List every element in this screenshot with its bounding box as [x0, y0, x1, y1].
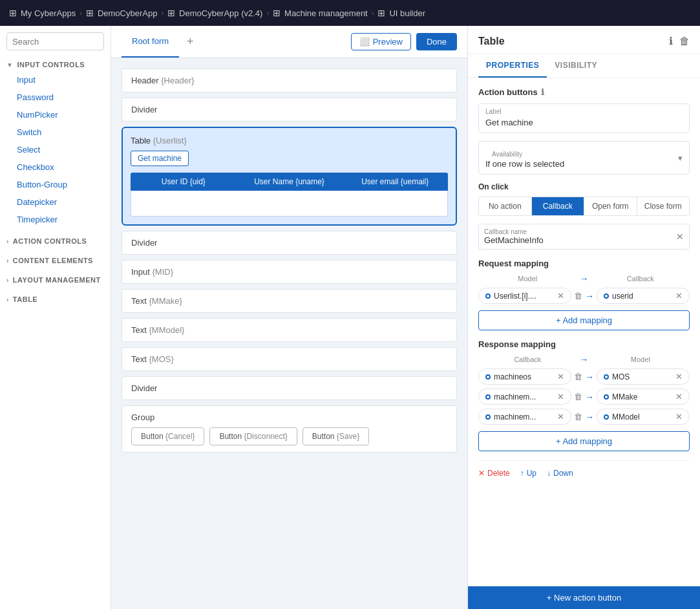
chevron-right-icon-2: › — [6, 257, 9, 264]
resp-callback-pill-0[interactable]: machineos ✕ — [478, 369, 571, 385]
up-button[interactable]: ↑ Up — [520, 469, 536, 478]
info-icon-btn[interactable]: ℹ — [669, 35, 673, 47]
pill-dot-icon-r0a — [485, 374, 491, 379]
resp-delete-icon-1[interactable]: 🗑 — [574, 392, 582, 401]
resp-delete-icon-2[interactable]: 🗑 — [574, 412, 582, 422]
nav-icon-3: ⊞ — [273, 8, 281, 18]
dropdown-arrow-icon: ▾ — [678, 153, 683, 163]
input-mid-element[interactable]: Input {MID} — [122, 260, 457, 284]
resp-delete-icon-0[interactable]: 🗑 — [574, 372, 582, 381]
callback-field-label: Callback name — [484, 226, 676, 235]
tab-properties[interactable]: PROPERTIES — [478, 54, 547, 78]
section-action-controls: › ACTION CONTROLS — [0, 231, 111, 250]
section-header-table[interactable]: › TABLE — [6, 293, 104, 306]
group-element[interactable]: Group Button {Cancel} Button {Disconnect… — [122, 405, 457, 453]
done-button[interactable]: Done — [416, 33, 457, 50]
down-arrow-icon: ↓ — [547, 469, 551, 478]
resp-model-pill-2[interactable]: MModel ✕ — [597, 409, 690, 425]
nav-my-cyberapps[interactable]: My CyberApps — [21, 8, 76, 18]
text-mmodel-element[interactable]: Text {MModel} — [122, 318, 457, 342]
sidebar-item-datepicker[interactable]: Datepicker — [6, 193, 104, 211]
table-element[interactable]: Table {Userlist} Get machine User ID {ui… — [122, 127, 457, 226]
get-machine-button[interactable]: Get machine — [131, 151, 189, 166]
req-callback-clear-0[interactable]: ✕ — [675, 291, 683, 301]
req-model-pill-0[interactable]: Userlist.[i].... ✕ — [478, 288, 571, 304]
add-tab-button[interactable]: + — [179, 35, 202, 48]
group-btn-cancel[interactable]: Button {Cancel} — [131, 427, 204, 445]
sidebar-item-button-group[interactable]: Button-Group — [6, 176, 104, 193]
delete-icon-btn[interactable]: 🗑 — [679, 35, 690, 47]
pill-dot-icon-r1a — [485, 394, 491, 400]
callback-name-field[interactable]: Callback name GetMachineInfo ✕ — [478, 224, 690, 250]
req-callback-value-0: userid — [612, 292, 672, 301]
resp-model-pill-0[interactable]: MOS ✕ — [597, 369, 690, 385]
sidebar-item-password[interactable]: Password — [6, 89, 104, 106]
sidebar-item-checkbox[interactable]: Checkbox — [6, 158, 104, 176]
resp-arrow-icon: → — [580, 354, 589, 365]
nav-sep-3: › — [266, 9, 269, 17]
nav-sep-4: › — [372, 9, 374, 17]
resp-callback-pill-1[interactable]: machinem... ✕ — [478, 389, 571, 405]
delete-button[interactable]: ✕ Delete — [478, 469, 510, 478]
resp-callback-clear-1[interactable]: ✕ — [557, 392, 564, 401]
section-header-action-controls[interactable]: › ACTION CONTROLS — [6, 235, 104, 248]
text-mos-element[interactable]: Text {MOS} — [122, 347, 457, 371]
nav-machine-management[interactable]: Machine management — [284, 8, 368, 18]
sidebar-item-switch[interactable]: Switch — [6, 123, 104, 141]
search-input[interactable] — [12, 37, 111, 47]
group-btn-disconnect[interactable]: Button {Disconnect} — [209, 427, 297, 445]
pill-dot-icon-2 — [604, 294, 609, 299]
label-field[interactable]: Label Get machine — [478, 103, 690, 133]
divider-element-1[interactable]: Divider — [122, 98, 457, 122]
req-model-clear-0[interactable]: ✕ — [557, 291, 564, 301]
on-click-close-form[interactable]: Close form — [637, 197, 690, 215]
response-mapping-cols: Callback → Model — [478, 354, 690, 365]
resp-callback-pill-2[interactable]: machinem... ✕ — [478, 409, 571, 425]
nav-democyberapp[interactable]: DemoCyberApp — [98, 8, 158, 18]
req-delete-icon-0[interactable]: 🗑 — [574, 291, 582, 301]
tab-visibility[interactable]: VISIBILITY — [547, 54, 605, 78]
response-mapping-section: Response mapping Callback → Model machin… — [478, 339, 690, 451]
section-header-layout-management[interactable]: › LAYOUT MANAGEMENT — [6, 273, 104, 286]
sidebar-item-numpicker[interactable]: NumPicker — [6, 106, 104, 123]
nav-ui-builder[interactable]: UI builder — [389, 8, 425, 18]
preview-button[interactable]: ⬜ Preview — [351, 33, 411, 50]
on-click-no-action[interactable]: No action — [479, 197, 532, 215]
right-panel-icons: ℹ 🗑 — [669, 35, 690, 47]
new-action-button[interactable]: + New action button — [468, 586, 700, 609]
req-arrow-icon: → — [580, 273, 589, 284]
resp-model-pill-1[interactable]: MMake ✕ — [597, 389, 690, 405]
section-header-input-controls[interactable]: ▼ INPUT CONTROLS — [6, 58, 104, 71]
header-element[interactable]: Header {Header} — [122, 69, 457, 92]
sidebar-item-timepicker[interactable]: Timepicker — [6, 211, 104, 228]
nav-democyberapp-v24[interactable]: DemoCyberApp (v2.4) — [179, 8, 262, 18]
group-label: Group — [131, 412, 447, 422]
group-btn-save[interactable]: Button {Save} — [302, 427, 369, 445]
divider-element-3[interactable]: Divider — [122, 376, 457, 400]
section-header-content-elements[interactable]: › CONTENT ELEMENTS — [6, 254, 104, 267]
resp-model-clear-0[interactable]: ✕ — [675, 372, 683, 381]
request-mapping-title: Request mapping — [478, 259, 690, 268]
callback-field-inner: Callback name GetMachineInfo — [484, 226, 676, 248]
delete-icon: ✕ — [478, 469, 485, 478]
request-add-mapping-button[interactable]: + Add mapping — [478, 310, 690, 330]
resp-callback-clear-0[interactable]: ✕ — [557, 372, 564, 381]
response-add-mapping-button[interactable]: + Add mapping — [478, 431, 690, 451]
callback-clear-icon[interactable]: ✕ — [676, 231, 684, 242]
on-click-open-form[interactable]: Open form — [584, 197, 637, 215]
req-callback-pill-0[interactable]: userid ✕ — [597, 288, 690, 304]
resp-callback-clear-2[interactable]: ✕ — [557, 412, 564, 422]
chevron-right-icon-3: › — [6, 277, 9, 284]
right-panel: Table ℹ 🗑 PROPERTIES VISIBILITY Action b… — [467, 26, 700, 609]
availability-field[interactable]: Availability If one row is selected ▾ — [478, 141, 690, 175]
divider-element-2[interactable]: Divider — [122, 231, 457, 255]
sidebar-item-input[interactable]: Input — [6, 71, 104, 89]
search-box[interactable]: 🔍 — [6, 32, 104, 50]
tab-root-form[interactable]: Root form — [122, 26, 179, 58]
on-click-callback[interactable]: Callback — [532, 197, 585, 215]
down-button[interactable]: ↓ Down — [547, 469, 573, 478]
resp-model-clear-1[interactable]: ✕ — [675, 392, 683, 401]
sidebar-item-select[interactable]: Select — [6, 141, 104, 158]
text-mmake-element[interactable]: Text {MMake} — [122, 289, 457, 313]
resp-model-clear-2[interactable]: ✕ — [675, 412, 683, 422]
